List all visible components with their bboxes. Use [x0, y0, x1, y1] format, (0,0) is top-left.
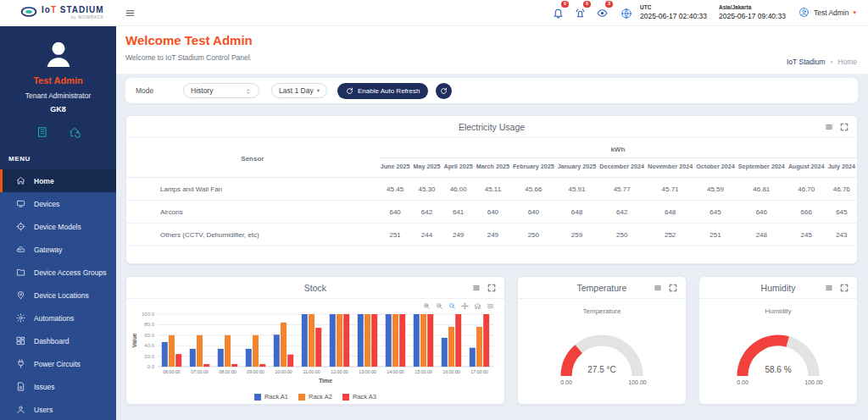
home-icon [16, 176, 25, 185]
temperature-gauge: Temperature 0.00100.0027.5 °C [518, 307, 686, 388]
cell-value: 244 [412, 224, 442, 246]
humidity-gauge-svg: 0.00100.0058.6 % [715, 317, 842, 384]
mode-select[interactable]: History [183, 83, 259, 98]
page-subtitle: Welcome to IoT Stadium Control Panel. [125, 53, 252, 62]
column-header-month: May 2025 [412, 158, 442, 178]
legend-item[interactable]: Rack A2 [298, 393, 332, 401]
sidebar-item-power-circuits[interactable]: Power Circuits [0, 352, 116, 375]
column-header-month: June 2025 [379, 158, 412, 178]
refresh-button[interactable] [436, 83, 452, 99]
expand-icon[interactable] [840, 123, 849, 131]
dashboard-icon [16, 336, 25, 345]
card-title: Stock [126, 283, 504, 293]
breadcrumb-item[interactable]: IoT Stadium [787, 58, 826, 66]
eye-icon[interactable]: 3 [597, 5, 608, 20]
cell-value: 245 [787, 224, 826, 246]
user-menu[interactable]: Test Admin ▾ [798, 7, 856, 18]
cell-value: 45.71 [646, 178, 694, 201]
sidebar-item-device-models[interactable]: Device Models [0, 215, 116, 238]
expand-icon[interactable] [669, 284, 677, 292]
expand-icon[interactable] [487, 284, 496, 292]
svg-text:17:00:00: 17:00:00 [470, 369, 488, 374]
svg-text:Time: Time [319, 378, 332, 384]
column-header-month: August 2024 [787, 158, 826, 178]
refresh-icon [346, 86, 353, 94]
expand-icon[interactable] [840, 284, 849, 292]
gauge-label: Temperature [518, 307, 686, 315]
sidebar-item-label: Device Models [34, 223, 81, 231]
zoom-box-icon[interactable] [448, 302, 456, 310]
home-sync-icon[interactable] [69, 124, 81, 139]
sidebar-item-label: Dashboard [34, 337, 70, 345]
menu-lines-icon[interactable] [654, 284, 662, 292]
card-actions [825, 284, 849, 292]
enable-auto-refresh-label: Enable Auto Refresh [358, 87, 420, 95]
column-header-month: January 2025 [556, 158, 598, 178]
home-icon[interactable] [474, 302, 481, 310]
chevron-down-icon: ▾ [317, 87, 320, 94]
building-icon[interactable] [36, 124, 48, 139]
menu-lines-icon[interactable] [825, 123, 833, 131]
legend-item[interactable]: Rack A1 [254, 393, 288, 401]
clock-zone: Asia/Jakarta [719, 4, 786, 12]
cell-value: 46.81 [737, 178, 787, 201]
autoscale-icon[interactable] [487, 302, 494, 310]
table-row: Others (CCTV, Dehumidifier, etc)25124424… [126, 224, 857, 246]
clock-utc: UTC2025-06-17 02:40:33 [640, 4, 707, 21]
cell-value: 45.45 [379, 178, 412, 201]
clock-datetime: 2025-06-17 02:40:33 [640, 12, 707, 21]
svg-text:58.6 %: 58.6 % [765, 365, 791, 374]
avatar [42, 37, 75, 71]
bell-icon[interactable]: 0 [553, 5, 564, 20]
cell-value: 251 [379, 224, 412, 246]
sidebar-item-home[interactable]: Home [0, 169, 116, 192]
sidebar-item-device-access-groups[interactable]: Device Access Groups [0, 261, 116, 284]
cell-value: 259 [556, 224, 598, 246]
brand-text: IoT STADIUM by WOWRACK [42, 6, 104, 19]
zoom-out-icon[interactable] [436, 302, 443, 310]
siren-icon[interactable]: 0 [575, 5, 586, 20]
breadcrumb: IoT Stadium›Home [787, 58, 857, 66]
svg-text:80.0: 80.0 [144, 322, 154, 327]
globe-icon [620, 5, 632, 20]
column-header-sensor: Sensor [126, 140, 379, 178]
sidebar-item-automations[interactable]: Automations [0, 307, 116, 329]
legend-swatch [254, 394, 261, 401]
sidebar-item-devices[interactable]: Devices [0, 192, 116, 215]
card-header: Stock [126, 277, 504, 299]
zoom-in-icon[interactable] [423, 302, 431, 310]
temperature-card: Temperature Temperature 0.00100.0027.5 °… [517, 276, 687, 405]
cell-value: 642 [412, 201, 442, 224]
legend-item[interactable]: Rack A3 [342, 393, 376, 401]
cell-value: 249 [475, 224, 511, 246]
sidebar-item-device-locations[interactable]: Device Locations [0, 284, 116, 307]
menu-lines-icon[interactable] [825, 284, 833, 292]
legend-swatch [298, 394, 305, 401]
chevron-down-icon: ▾ [853, 9, 856, 16]
legend-label: Rack A3 [353, 393, 376, 401]
gateway-icon [16, 245, 25, 254]
power-plug-icon [16, 359, 25, 368]
column-header-month: April 2025 [442, 158, 474, 178]
cell-value: 640 [511, 201, 556, 224]
sidebar-item-users[interactable]: Users [0, 398, 116, 420]
range-select[interactable]: Last 1 Day ▾ [271, 83, 327, 98]
hamburger-menu-icon[interactable] [125, 5, 136, 20]
sidebar-item-gateway[interactable]: Gateway [0, 238, 116, 261]
column-header-month: March 2025 [475, 158, 511, 178]
menu-lines-icon[interactable] [472, 284, 481, 292]
table-row: Lamps and Wall Fan45.4545.3046.0045.1145… [126, 178, 857, 201]
app-logo[interactable]: IoT STADIUM by WOWRACK [0, 5, 116, 21]
sidebar-item-dashboard[interactable]: Dashboard [0, 329, 116, 352]
pan-icon[interactable] [461, 302, 469, 310]
sidebar-item-issues[interactable]: Issues [0, 375, 116, 398]
clock-datetime: 2025-06-17 09:40:33 [719, 12, 786, 21]
legend-label: Rack A1 [264, 393, 288, 401]
svg-text:40.0: 40.0 [144, 343, 154, 348]
enable-auto-refresh-button[interactable]: Enable Auto Refresh [337, 83, 428, 99]
refresh-icon [440, 85, 448, 97]
gauge-label: Humidity [699, 307, 857, 315]
cell-value: 250 [598, 224, 646, 246]
sidebar-item-label: Device Locations [34, 291, 89, 300]
sidebar-item-label: Power Circuits [34, 360, 81, 368]
